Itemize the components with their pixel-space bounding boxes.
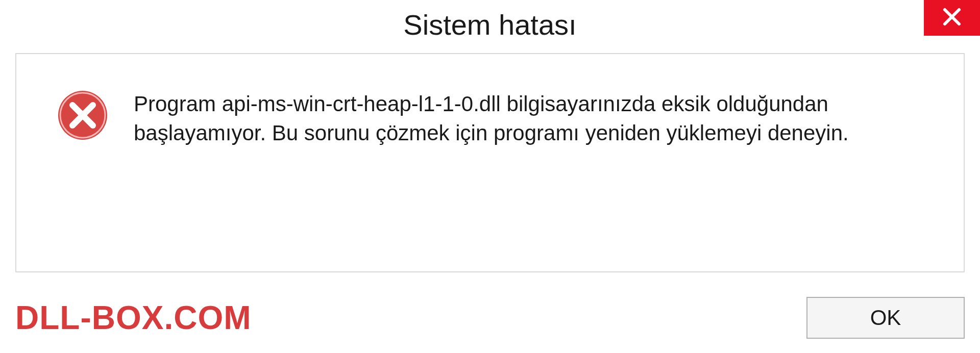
dialog-footer: DLL-BOX.COM OK — [15, 297, 965, 339]
close-button[interactable] — [924, 0, 980, 36]
watermark-text: DLL-BOX.COM — [15, 299, 252, 337]
dialog-title: Sistem hatası — [403, 8, 576, 41]
dialog-message: Program api-ms-win-crt-heap-l1-1-0.dll b… — [134, 90, 899, 147]
titlebar: Sistem hatası — [0, 0, 980, 49]
dialog-content: Program api-ms-win-crt-heap-l1-1-0.dll b… — [15, 53, 965, 272]
close-icon — [942, 7, 962, 29]
ok-button[interactable]: OK — [806, 297, 965, 339]
error-icon — [57, 90, 108, 141]
